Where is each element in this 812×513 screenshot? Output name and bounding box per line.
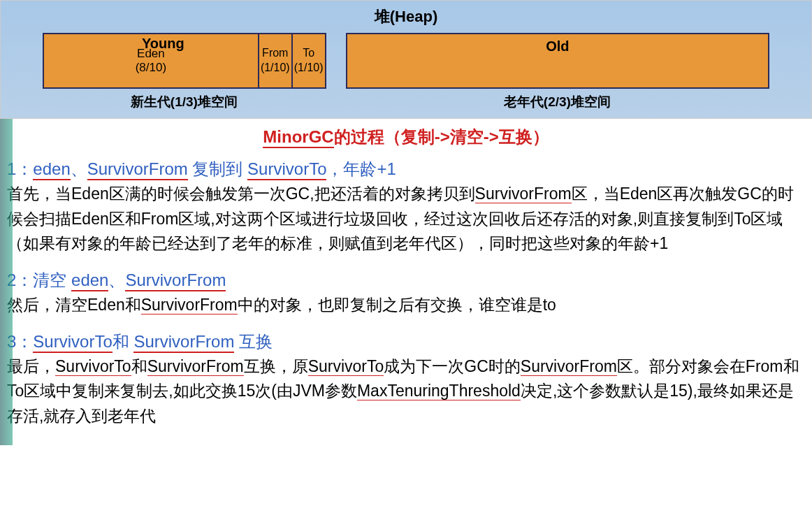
term-eden2: eden [71, 270, 108, 291]
term-survivorfrom: SurvivorFrom [87, 159, 188, 180]
heap-diagram: 堆(Heap) Young Eden (8/10) From (1/10) To… [0, 0, 812, 119]
heap-title: 堆(Heap) [9, 6, 803, 27]
caption-old: 老年代(2/3)堆空间 [335, 93, 769, 111]
term-survivorfrom3: SurvivorFrom [133, 332, 234, 353]
to-sub-block: To (1/10) [293, 34, 325, 87]
to-ratio: (1/10) [294, 61, 324, 75]
content-area: MinorGC的过程（复制->清空->互换） 1：eden、SurvivorFr… [0, 119, 812, 445]
step3-heading: 3：SurvivorTo和 SurvivorFrom 互换 [7, 331, 808, 353]
step1-heading: 1：eden、SurvivorFrom 复制到 SurvivorTo，年龄+1 [7, 158, 808, 180]
term-survivorto: SurvivorTo [247, 159, 326, 180]
to-name: To [303, 46, 314, 61]
main-title: MinorGC的过程（复制->清空->互换） [4, 126, 808, 148]
old-generation-block: Old [346, 33, 769, 89]
young-label: Young [142, 36, 184, 52]
step1-body: 首先，当Eden区满的时候会触发第一次GC,把还活着的对象拷贝到Survivor… [7, 182, 808, 256]
title-rest: 的过程（复制->清空->互换） [334, 127, 549, 146]
term-eden: eden [33, 159, 70, 180]
from-name: From [262, 46, 288, 61]
term-survivorto3: SurvivorTo [33, 332, 112, 353]
step2-body: 然后，清空Eden和SurvivorFrom中的对象，也即复制之后有交换，谁空谁… [7, 293, 808, 318]
heap-blocks-row: Young Eden (8/10) From (1/10) To (1/10) … [9, 33, 803, 89]
old-label: Old [546, 38, 569, 55]
from-ratio: (1/10) [261, 61, 290, 75]
eden-ratio: (8/10) [136, 61, 166, 75]
term-survivorfrom-inline: SurvivorFrom [475, 185, 572, 203]
decorative-side-stripe [0, 119, 13, 445]
from-sub-block: From (1/10) [259, 34, 293, 87]
term-survivorfrom2: SurvivorFrom [125, 270, 226, 291]
caption-young: 新生代(1/3)堆空间 [43, 93, 335, 111]
term-maxtenuring: MaxTenuringThreshold [357, 382, 521, 400]
step2-heading: 2：清空 eden、SurvivorFrom [7, 269, 808, 291]
heap-captions: 新生代(1/3)堆空间 老年代(2/3)堆空间 [9, 93, 803, 111]
term-survivorfrom-inline2: SurvivorFrom [141, 296, 238, 315]
title-term-minorgc: MinorGC [263, 127, 333, 148]
young-generation-block: Young Eden (8/10) From (1/10) To (1/10) [43, 33, 326, 89]
step3-body: 最后，SurvivorTo和SurvivorFrom互换，原SurvivorTo… [7, 354, 808, 429]
